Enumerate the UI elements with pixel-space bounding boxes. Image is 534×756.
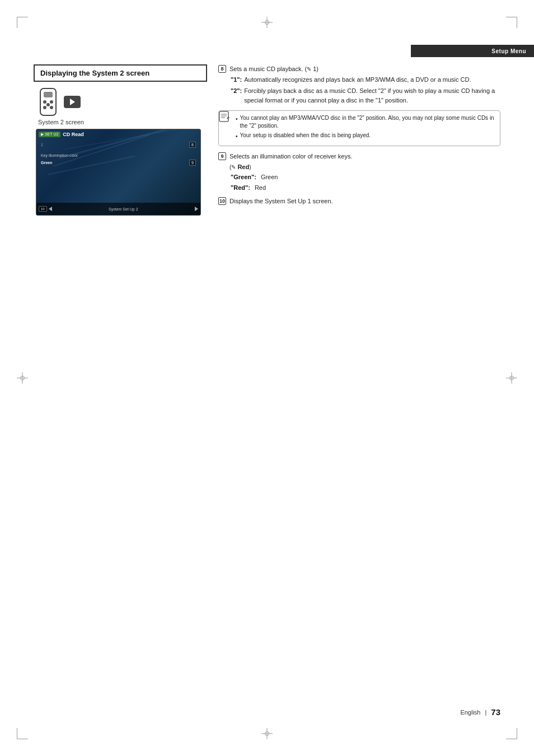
step-8-row: 8 Sets a music CD playback. (✎ 1) "1": A… bbox=[218, 64, 500, 105]
step-9-item1: "Green": Green bbox=[231, 172, 500, 182]
page-footer: English | 73 bbox=[460, 707, 500, 717]
screen-cd-read-title: CD Read bbox=[63, 132, 84, 137]
row1-number: 1 bbox=[41, 143, 43, 147]
svg-point-2 bbox=[43, 100, 46, 104]
step-8-title: Sets a music CD playback. ( bbox=[229, 66, 307, 72]
note-content: • You cannot play an MP3/WMA/VCD disc in… bbox=[236, 114, 495, 141]
ref-pencil-icon: ✎ bbox=[307, 66, 311, 72]
crosshair-bottom bbox=[261, 728, 273, 739]
page-separator: | bbox=[485, 709, 486, 716]
bullet-dot-2: • bbox=[236, 133, 238, 141]
key-illum-label: Key illumination color bbox=[41, 153, 78, 157]
step-8-content: Sets a music CD playback. (✎ 1) "1": Aut… bbox=[229, 64, 500, 105]
left-panel: Displaying the System 2 screen System 2 … bbox=[34, 64, 207, 216]
step-9-item2-text: Red bbox=[255, 183, 266, 193]
step-9-item2: "Red": Red bbox=[231, 183, 500, 193]
note-bullet-2: • Your setup is disabled when the disc i… bbox=[236, 132, 495, 141]
screen-bottom-bar: 10 System Set Up 2 bbox=[36, 203, 200, 215]
step-10-row: 10 Displays the System Set Up 1 screen. bbox=[218, 197, 500, 206]
step-9-title: Selects an illumination color of receive… bbox=[229, 153, 352, 160]
system-screen: ▶ SET U2 CD Read 1 8 Key illumination co… bbox=[36, 129, 201, 216]
step-8-item1-text: Automatically recognizes and plays back … bbox=[244, 75, 471, 85]
step-9-item1-label: "Green": bbox=[231, 172, 256, 182]
step-9-item1-text: Green bbox=[261, 172, 278, 182]
step-9-content: Selects an illumination color of receive… bbox=[229, 152, 500, 192]
prev-icon bbox=[49, 207, 52, 211]
step-8-ref: 1) bbox=[311, 66, 318, 72]
illum-value: Green bbox=[41, 161, 52, 165]
screen-row-1: 1 8 bbox=[41, 142, 196, 148]
bottom-prev-box: 10 bbox=[39, 206, 47, 212]
crosshair-right bbox=[506, 372, 517, 384]
play-button-icon bbox=[64, 96, 81, 108]
step-10-content: Displays the System Set Up 1 screen. bbox=[229, 197, 500, 206]
step-9-ref-row: (✎ Red) bbox=[229, 162, 500, 172]
step-9-ref-icon: (✎ bbox=[229, 164, 236, 170]
svg-point-5 bbox=[50, 106, 53, 109]
step-9-ref-text: Red bbox=[237, 164, 249, 170]
crosshair-left bbox=[17, 372, 28, 384]
row3-box: 9 bbox=[189, 160, 196, 166]
svg-rect-1 bbox=[44, 92, 53, 97]
device-illustration bbox=[38, 87, 207, 116]
right-panel: 8 Sets a music CD playback. (✎ 1) "1": A… bbox=[218, 64, 500, 211]
step-9-item2-label: "Red": bbox=[231, 183, 250, 193]
step-8-items: "1": Automatically recognizes and plays … bbox=[231, 75, 500, 105]
screen-top-bar: ▶ SET U2 CD Read bbox=[39, 132, 198, 137]
note-icon bbox=[218, 110, 231, 124]
svg-rect-7 bbox=[219, 111, 228, 122]
screen-row-3: Green 9 bbox=[41, 160, 196, 166]
illum-label-row: Key illumination color bbox=[41, 151, 78, 158]
step-8-item1-label: "1": bbox=[231, 75, 242, 85]
step-10-num: 10 bbox=[218, 197, 226, 205]
note-box: • You cannot play an MP3/WMA/VCD disc in… bbox=[218, 110, 500, 146]
step-8-num: 8 bbox=[218, 65, 226, 73]
corner-mark-tl bbox=[17, 17, 28, 28]
note-bullet-1-text: You cannot play an MP3/WMA/VCD disc in t… bbox=[240, 114, 495, 130]
corner-mark-br bbox=[506, 728, 517, 739]
step-8-item1: "1": Automatically recognizes and plays … bbox=[231, 75, 500, 85]
row1-box: 8 bbox=[189, 142, 196, 148]
step-9-row: 9 Selects an illumination color of recei… bbox=[218, 152, 500, 192]
remote-icon bbox=[38, 87, 58, 116]
system-setup-text: System Set Up 2 bbox=[54, 207, 193, 211]
bullet-dot-1: • bbox=[236, 115, 238, 123]
step-8-item2-text: Forcibly plays back a disc as a music CD… bbox=[244, 86, 500, 105]
step-9-num: 9 bbox=[218, 152, 226, 160]
screen-label: System 2 screen bbox=[38, 119, 207, 125]
step-8-item2: "2": Forcibly plays back a disc as a mus… bbox=[231, 86, 500, 105]
corner-mark-tr bbox=[506, 17, 517, 28]
note-bullet-1: • You cannot play an MP3/WMA/VCD disc in… bbox=[236, 114, 495, 130]
svg-point-4 bbox=[43, 106, 46, 109]
section-title: Displaying the System 2 screen bbox=[40, 69, 149, 77]
note-bullet-2-text: Your setup is disabled when the disc is … bbox=[240, 132, 371, 139]
crosshair-top bbox=[261, 17, 273, 28]
next-icon bbox=[195, 207, 198, 211]
play-triangle-icon bbox=[70, 99, 75, 105]
menu-button: ▶ SET U2 bbox=[39, 132, 60, 137]
step-9-items: "Green": Green "Red": Red bbox=[231, 172, 500, 192]
header-bar: Setup Menu bbox=[411, 45, 534, 57]
step-10-title: Displays the System Set Up 1 screen. bbox=[229, 198, 333, 204]
page-language: English bbox=[460, 709, 480, 716]
step-8-item2-label: "2": bbox=[231, 86, 242, 96]
section-label: Setup Menu bbox=[491, 48, 526, 54]
svg-point-6 bbox=[46, 103, 50, 106]
corner-mark-bl bbox=[17, 728, 28, 739]
page-number: 73 bbox=[491, 707, 500, 717]
svg-point-3 bbox=[50, 100, 53, 104]
section-title-box: Displaying the System 2 screen bbox=[34, 64, 207, 82]
